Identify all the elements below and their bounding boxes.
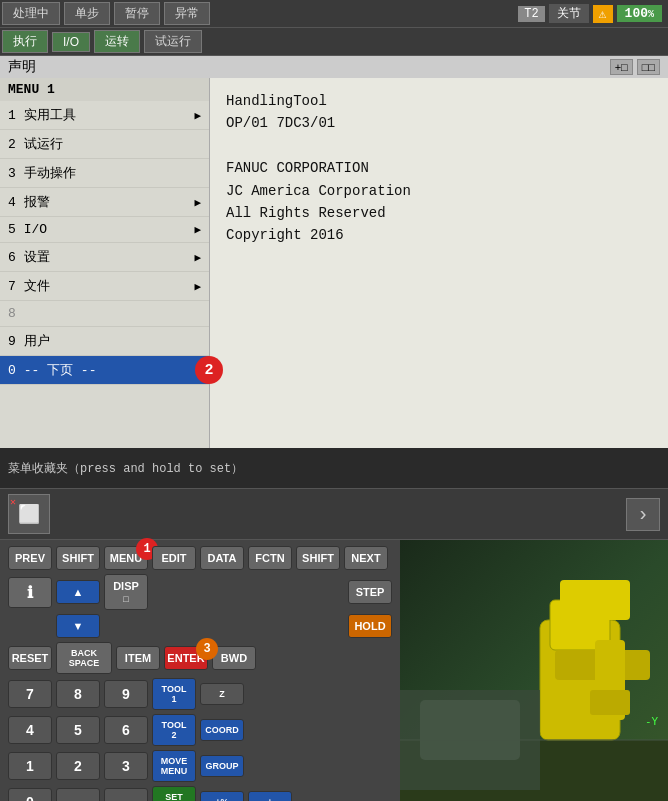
- btn-pause[interactable]: 暂停: [114, 2, 160, 25]
- btn-step[interactable]: 单步: [64, 2, 110, 25]
- key-group[interactable]: GROUP: [200, 755, 244, 777]
- key-z-j3[interactable]: Z: [200, 683, 244, 705]
- menu-item-8-num: 8: [8, 306, 16, 321]
- content-line-4: FANUC CORPORATION: [226, 157, 652, 179]
- menu-item-1[interactable]: 1 实用工具 ▶: [0, 101, 209, 130]
- key-9[interactable]: 9: [104, 680, 148, 708]
- menu-item-6[interactable]: 6 设置 ▶: [0, 243, 209, 272]
- key-bwd[interactable]: BWD: [212, 646, 256, 670]
- menu-item-7-arrow: ▶: [194, 280, 201, 293]
- fav-x-icon: ✕: [10, 496, 16, 508]
- key-7[interactable]: 7: [8, 680, 52, 708]
- key-shift-right[interactable]: SHIFT: [296, 546, 340, 570]
- menu-item-9-num: 9: [8, 334, 16, 349]
- key-shift-left[interactable]: SHIFT: [56, 546, 100, 570]
- menu-item-9[interactable]: 9 用户: [0, 327, 209, 356]
- btn-abnormal[interactable]: 异常: [164, 2, 210, 25]
- menu-item-0-num: 0: [8, 363, 16, 378]
- menu-item-4[interactable]: 4 报警 ▶: [0, 188, 209, 217]
- menu-item-9-label: 用户: [24, 332, 50, 350]
- menu-item-7[interactable]: 7 文件 ▶: [0, 272, 209, 301]
- menu-item-3[interactable]: 3 手动操作: [0, 159, 209, 188]
- key-up[interactable]: ▲: [56, 580, 100, 604]
- key-3[interactable]: 3: [104, 752, 148, 780]
- svg-rect-3: [560, 580, 630, 620]
- content-line-7: Copyright 2016: [226, 224, 652, 246]
- key-backspace[interactable]: BACKSPACE: [56, 642, 112, 674]
- percent-badge: 100%: [617, 5, 662, 22]
- key-item[interactable]: ITEM: [116, 646, 160, 670]
- keypad-row-num2: 4 5 6 TOOL2 COORD: [8, 714, 392, 746]
- seimei-title: 声明: [8, 58, 36, 76]
- svg-rect-6: [590, 690, 630, 715]
- btn-processing[interactable]: 处理中: [2, 2, 60, 25]
- menu-item-6-arrow: ▶: [194, 251, 201, 264]
- key-info[interactable]: ℹ: [8, 577, 52, 608]
- key-2[interactable]: 2: [56, 752, 100, 780]
- menu-item-3-label: 手动操作: [24, 164, 76, 182]
- content-line-1: HandlingTool: [226, 90, 652, 112]
- key-8[interactable]: 8: [56, 680, 100, 708]
- menu-item-5[interactable]: 5 I/O ▶: [0, 217, 209, 243]
- key-move-menu[interactable]: MOVEMENU: [152, 750, 196, 782]
- t2-badge: T2: [518, 6, 544, 22]
- key-next[interactable]: NEXT: [344, 546, 388, 570]
- keypad-row-1: PREV SHIFT MENU 1 EDIT DATA FCTN SHIFT N…: [8, 546, 392, 570]
- seimei-zoom-btn[interactable]: +□: [610, 59, 633, 75]
- content-line-2: OP/01 7DC3/01: [226, 112, 652, 134]
- key-hold[interactable]: HOLD: [348, 614, 392, 638]
- key-disp[interactable]: DISP□: [104, 574, 148, 610]
- fav-item-1[interactable]: ✕ ⬜: [8, 494, 50, 534]
- key-coord[interactable]: COORD: [200, 719, 244, 741]
- menu-item-1-label: 实用工具: [24, 106, 76, 124]
- menu-item-4-num: 4: [8, 195, 16, 210]
- warn-badge: ⚠: [593, 5, 613, 23]
- menu-item-8[interactable]: 8: [0, 301, 209, 327]
- key-dot[interactable]: .: [56, 788, 100, 801]
- keypad-area: PREV SHIFT MENU 1 EDIT DATA FCTN SHIFT N…: [0, 540, 668, 801]
- keypad-row-num3: 1 2 3 MOVEMENU GROUP: [8, 750, 392, 782]
- key-tool2[interactable]: TOOL2: [152, 714, 196, 746]
- key-1[interactable]: 1: [8, 752, 52, 780]
- toolbar-row1: 处理中 单步 暂停 异常 T2 关节 ⚠ 100%: [0, 0, 668, 28]
- btn-running[interactable]: 运转: [94, 30, 140, 53]
- key-data[interactable]: DATA: [200, 546, 244, 570]
- btn-execute[interactable]: 执行: [2, 30, 48, 53]
- key-plus-pct[interactable]: +%: [200, 791, 244, 801]
- menu-item-2[interactable]: 2 试运行: [0, 130, 209, 159]
- btn-io[interactable]: I/O: [52, 32, 90, 52]
- menu-item-2-label: 试运行: [24, 135, 63, 153]
- btn-trial-run[interactable]: 试运行: [144, 30, 202, 53]
- fav-next-btn[interactable]: ›: [626, 498, 660, 531]
- menu-item-2-num: 2: [8, 137, 16, 152]
- key-fctn[interactable]: FCTN: [248, 546, 292, 570]
- key-step[interactable]: STEP: [348, 580, 392, 604]
- keypad-row-4: RESET BACKSPACE ITEM ENTER 3 BWD: [8, 642, 392, 674]
- menu-item-5-label: I/O: [24, 222, 47, 237]
- seimei-header: 声明 +□ □□: [0, 56, 668, 78]
- keypad-panel: PREV SHIFT MENU 1 EDIT DATA FCTN SHIFT N…: [0, 540, 400, 801]
- key-plus-top[interactable]: +: [248, 791, 292, 801]
- key-prev[interactable]: PREV: [8, 546, 52, 570]
- key-reset[interactable]: RESET: [8, 646, 52, 670]
- 3d-view: -Y: [400, 540, 668, 801]
- key-down[interactable]: ▼: [56, 614, 100, 638]
- seimei-layout-btn[interactable]: □□: [637, 59, 660, 75]
- robot-3d-view: -Y: [400, 540, 668, 801]
- svg-rect-8: [420, 700, 520, 760]
- keypad-row-2: ℹ ▲ DISP□ STEP: [8, 574, 392, 610]
- toolbar-row2: 执行 I/O 运转 试运行: [0, 28, 668, 56]
- key-5[interactable]: 5: [56, 716, 100, 744]
- key-tool1[interactable]: TOOL1: [152, 678, 196, 710]
- svg-text:-Y: -Y: [645, 715, 659, 728]
- menu-item-0[interactable]: 0 -- 下页 -- 2: [0, 356, 209, 385]
- key-0[interactable]: 0: [8, 788, 52, 801]
- key-comma[interactable]: ,: [104, 788, 148, 801]
- circle-badge-3: 3: [196, 638, 218, 660]
- sidebar-menu: MENU 1 1 实用工具 ▶ 2 试运行 3 手动操作 4 报警 ▶ 5 I/…: [0, 78, 210, 448]
- key-edit[interactable]: EDIT: [152, 546, 196, 570]
- key-4[interactable]: 4: [8, 716, 52, 744]
- key-setup[interactable]: SETUP: [152, 786, 196, 801]
- key-6[interactable]: 6: [104, 716, 148, 744]
- content-line-5: JC America Corporation: [226, 180, 652, 202]
